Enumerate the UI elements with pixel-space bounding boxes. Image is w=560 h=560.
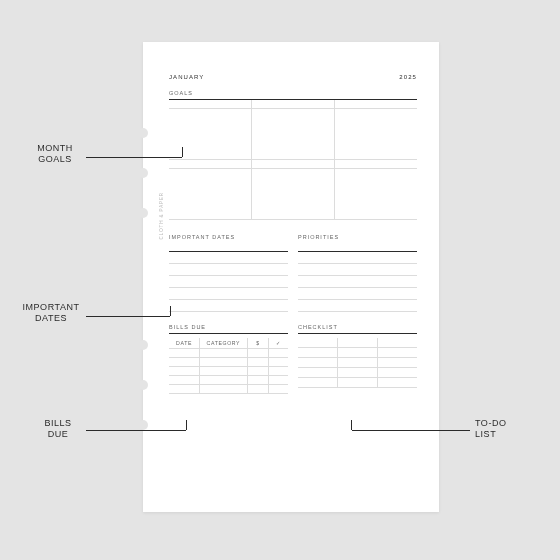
callout-bills-due: BILLS DUE [33,418,83,441]
month-label: JANUARY [169,74,204,80]
product-canvas: CLOTH & PAPER JANUARY 2025 GOALS [0,0,560,560]
leader-line [352,430,470,431]
bills-due-title: BILLS DUE [169,324,288,330]
bills-checklist-row: BILLS DUE DATE CATEGORY $ ✓ CHECKLIS [169,324,417,394]
punch-hole [138,208,148,218]
leader-line [86,316,170,317]
page-header: JANUARY 2025 [169,74,417,80]
bills-col-category: CATEGORY [199,338,246,349]
punch-hole [138,128,148,138]
punch-hole [138,168,148,178]
bills-due-section: BILLS DUE DATE CATEGORY $ ✓ [169,324,288,394]
bills-col-amount: $ [247,338,269,349]
bills-table-head: DATE CATEGORY $ ✓ [169,338,288,349]
leader-line [86,430,186,431]
planner-page: CLOTH & PAPER JANUARY 2025 GOALS [143,42,439,512]
important-dates-title: IMPORTANT DATES [169,234,288,240]
callout-important-dates: IMPORTANT DATES [13,302,89,325]
punch-hole [138,340,148,350]
callout-month-goals: MONTH GOALS [23,143,87,166]
priorities-title: PRIORITIES [298,234,417,240]
important-dates-section: IMPORTANT DATES [169,234,288,312]
bills-col-date: DATE [169,338,199,349]
priorities-section: PRIORITIES [298,234,417,312]
dates-priorities-row: IMPORTANT DATES PRIORITIES [169,234,417,312]
punch-hole [138,420,148,430]
year-label: 2025 [399,74,417,80]
punch-hole [138,380,148,390]
goals-title: GOALS [169,90,417,96]
leader-line [86,157,182,158]
checklist-title: CHECKLIST [298,324,417,330]
goals-grid [169,100,417,220]
bills-col-done: ✓ [268,338,288,349]
checklist-section: CHECKLIST [298,324,417,394]
page-content: CLOTH & PAPER JANUARY 2025 GOALS [169,74,417,490]
brand-mark: CLOTH & PAPER [159,192,164,239]
callout-todo-list: TO-DO LIST [475,418,535,441]
